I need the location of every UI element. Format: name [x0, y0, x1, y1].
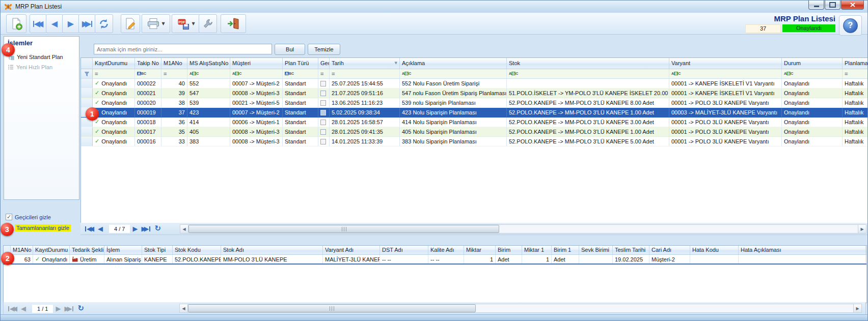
- column-header[interactable]: Varyant: [669, 58, 782, 69]
- pager-refresh-button[interactable]: ↻: [77, 305, 84, 312]
- sidebar-item-new-standard-plan[interactable]: Yeni Standart Plan: [4, 52, 79, 62]
- column-header[interactable]: DST Adı: [380, 246, 428, 254]
- filter-cell[interactable]: =: [843, 69, 868, 78]
- sidebar-item-new-quick-plan[interactable]: Yeni Hızlı Plan: [4, 62, 79, 72]
- export-dropdown-caret[interactable]: ▼: [192, 21, 195, 26]
- pager-previous-button[interactable]: ◀: [21, 305, 26, 312]
- filter-cell[interactable]: ABC: [230, 69, 283, 78]
- export-pdf-button[interactable]: PDF ▼: [172, 14, 200, 33]
- filter-cell[interactable]: ABC: [135, 69, 161, 78]
- help-button[interactable]: ?: [839, 15, 862, 36]
- pager-previous-button[interactable]: ◀: [98, 225, 103, 232]
- table-row[interactable]: ✓Onaylandı0000173540500008 -> Müşteri-3S…: [81, 127, 868, 137]
- column-header[interactable]: Miktar 1: [522, 246, 552, 254]
- column-header[interactable]: Kalite Adı: [428, 246, 464, 254]
- scrollbar-thumb[interactable]: [188, 304, 476, 312]
- filter-cell[interactable]: ABC: [283, 69, 318, 78]
- scrollbar-thumb[interactable]: [188, 225, 499, 233]
- horizontal-scrollbar[interactable]: ◀ ▶: [179, 304, 862, 313]
- last-record-button[interactable]: ▶▶: [78, 14, 96, 33]
- column-header[interactable]: M1ANo: [161, 58, 187, 69]
- column-header[interactable]: Teslim Tarihi: [613, 246, 649, 254]
- column-header[interactable]: M1ANo: [11, 246, 33, 254]
- column-header[interactable]: KayıtDurumu: [93, 58, 135, 69]
- filter-cell[interactable]: ABC: [400, 69, 507, 78]
- column-header[interactable]: MS AlışSatışNo: [187, 58, 230, 69]
- temporary-checkbox[interactable]: [320, 129, 326, 135]
- hide-completed-checkbox-row[interactable]: Tamamlananları gizle: [6, 224, 71, 231]
- clear-button[interactable]: Temizle: [308, 44, 340, 55]
- exit-button[interactable]: [221, 14, 246, 33]
- column-header[interactable]: Müşteri: [230, 58, 283, 69]
- scroll-left-arrow[interactable]: ◀: [180, 304, 188, 312]
- edit-button[interactable]: [121, 14, 140, 33]
- temporary-checkbox[interactable]: [320, 120, 326, 125]
- column-header[interactable]: Açıklama: [400, 58, 507, 69]
- filter-cell[interactable]: =: [318, 69, 330, 78]
- column-header[interactable]: Planlama: [843, 58, 868, 69]
- new-record-button[interactable]: [6, 14, 26, 33]
- scroll-right-arrow[interactable]: ▶: [853, 304, 861, 312]
- column-header[interactable]: KayıtDurumu: [33, 246, 70, 254]
- column-header[interactable]: Geçi: [318, 58, 330, 69]
- scroll-right-arrow[interactable]: ▶: [858, 225, 866, 233]
- maximize-button[interactable]: [825, 1, 840, 10]
- pager-first-button[interactable]: ◀◀: [8, 305, 17, 312]
- column-header[interactable]: Tarih▼: [330, 58, 400, 69]
- column-header[interactable]: Miktar: [464, 246, 496, 254]
- filter-cell[interactable]: =: [93, 69, 135, 78]
- column-header[interactable]: Hata Açıklaması: [739, 246, 866, 254]
- column-header[interactable]: İşlem: [104, 246, 142, 254]
- horizontal-scrollbar[interactable]: ◀ ▶: [180, 224, 866, 234]
- previous-record-button[interactable]: ◀: [46, 14, 63, 33]
- column-header[interactable]: Birim: [496, 246, 522, 254]
- filter-cell[interactable]: ABC: [187, 69, 230, 78]
- table-row[interactable]: 63✓OnaylandıÜretimAlınan SiparişKANEPE52…: [4, 255, 866, 265]
- filter-cell[interactable]: ABC: [669, 69, 782, 78]
- print-button[interactable]: ▼: [142, 14, 170, 33]
- column-header[interactable]: Tedarik Şekli: [70, 246, 104, 254]
- column-header[interactable]: Stok Kodu: [173, 246, 221, 254]
- temporary-checkbox[interactable]: [320, 91, 326, 96]
- next-record-button[interactable]: ▶: [62, 14, 79, 33]
- pager-refresh-button[interactable]: ↻: [154, 225, 161, 232]
- column-header[interactable]: Hata Kodu: [690, 246, 739, 254]
- table-row[interactable]: ✓Onaylandı0000224055200007 -> Müşteri-2S…: [81, 79, 868, 89]
- temporary-checkbox[interactable]: [320, 139, 326, 144]
- checkbox-checked-icon[interactable]: ✓: [6, 214, 12, 220]
- hide-temporary-checkbox-row[interactable]: ✓ Geçicileri gizle: [6, 214, 51, 220]
- table-row[interactable]: ✓Onaylandı0000193742300007 -> Müşteri-2S…: [81, 108, 868, 118]
- filter-cell[interactable]: ABC: [782, 69, 843, 78]
- filter-cell[interactable]: =: [161, 69, 187, 78]
- filter-cell[interactable]: ABC: [507, 69, 669, 78]
- pager-next-button[interactable]: ▶: [132, 225, 138, 232]
- scroll-left-arrow[interactable]: ◀: [180, 225, 188, 233]
- table-row[interactable]: ✓Onaylandı0000203853900021 -> Müşteri-5S…: [81, 98, 868, 108]
- column-header[interactable]: Stok: [507, 58, 669, 69]
- column-header[interactable]: Cari Adı: [649, 246, 690, 254]
- print-dropdown-caret[interactable]: ▼: [161, 21, 165, 26]
- close-button[interactable]: [841, 1, 864, 10]
- refresh-button[interactable]: [95, 14, 113, 33]
- pager-first-button[interactable]: ◀◀: [85, 225, 94, 232]
- table-row[interactable]: ✓Onaylandı0000213954700008 -> Müşteri-3S…: [81, 89, 868, 98]
- pager-next-button[interactable]: ▶: [56, 305, 61, 312]
- column-header[interactable]: Takip No: [135, 58, 161, 69]
- column-header[interactable]: Stok Tipi: [142, 246, 173, 254]
- column-header[interactable]: Durum: [782, 58, 843, 69]
- print-preview-button[interactable]: [199, 14, 217, 33]
- find-button[interactable]: Bul: [275, 44, 305, 55]
- column-header[interactable]: Stok Adı: [221, 246, 323, 254]
- pager-last-button[interactable]: ▶▶: [141, 225, 151, 232]
- search-input[interactable]: [94, 44, 272, 54]
- column-header[interactable]: Sevk Birimi: [579, 246, 613, 254]
- table-row[interactable]: ✓Onaylandı0000163338300008 -> Müşteri-3S…: [81, 137, 868, 147]
- table-row[interactable]: ✓Onaylandı0000183641400006 -> Müşteri-1S…: [81, 118, 868, 127]
- temporary-checkbox[interactable]: [320, 110, 326, 115]
- pager-last-button[interactable]: ▶▶: [64, 305, 74, 312]
- temporary-checkbox[interactable]: [320, 81, 326, 86]
- first-record-button[interactable]: ◀◀: [30, 14, 47, 33]
- column-header[interactable]: Birim 1: [552, 246, 579, 254]
- minimize-button[interactable]: [808, 1, 824, 10]
- column-header[interactable]: Plan Türü: [283, 58, 318, 69]
